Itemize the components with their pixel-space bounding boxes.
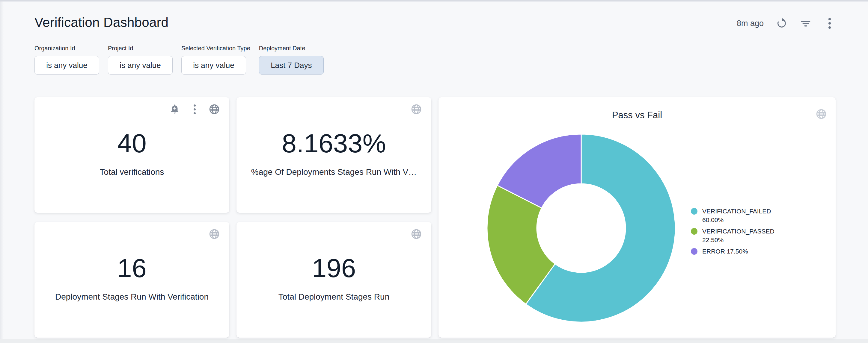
page-background-band bbox=[0, 339, 868, 343]
tile-deployment-stages-run-with-verification: 16 Deployment Stages Run With Verificati… bbox=[34, 222, 229, 338]
chart-legend: VERIFICATION_FAILED 60.00% VERIFICATION_… bbox=[691, 207, 784, 255]
globe-icon[interactable] bbox=[815, 108, 827, 120]
kpi-label: Total Deployment Stages Run bbox=[278, 292, 389, 302]
header-actions: 8m ago bbox=[737, 15, 836, 31]
last-refresh-timestamp: 8m ago bbox=[737, 19, 764, 28]
filter-value-button-active[interactable]: Last 7 Days bbox=[259, 56, 324, 74]
tile-pct-deployment-stages-with-verification: 8.1633% %age Of Deployments Stages Run W… bbox=[237, 97, 431, 213]
kpi-value: 196 bbox=[312, 255, 356, 281]
tile-pass-vs-fail-chart: Pass vs Fail VERIFICATION_FAILED 60.00% … bbox=[438, 97, 836, 338]
filter-value-button[interactable]: is any value bbox=[108, 56, 173, 74]
legend-swatch-purple bbox=[691, 248, 698, 255]
legend-swatch-teal bbox=[691, 208, 698, 215]
filter-label: Selected Verification Type bbox=[181, 45, 250, 52]
kpi-label: Deployment Stages Run With Verification bbox=[55, 292, 209, 302]
globe-icon[interactable] bbox=[410, 228, 422, 240]
legend-item-error[interactable]: ERROR 17.50% bbox=[691, 247, 784, 255]
kpi-label: %age Of Deployments Stages Run With V… bbox=[251, 167, 416, 177]
legend-swatch-green bbox=[691, 228, 698, 235]
filter-icon[interactable] bbox=[800, 18, 812, 29]
kpi-value: 40 bbox=[117, 130, 147, 157]
legend-label: VERIFICATION_FAILED 60.00% bbox=[702, 207, 784, 224]
globe-icon[interactable] bbox=[208, 103, 220, 115]
refresh-icon[interactable] bbox=[776, 18, 788, 29]
tile-menu-kebab-icon[interactable] bbox=[188, 103, 200, 115]
filter-value-button[interactable]: is any value bbox=[34, 56, 99, 74]
legend-label: VERIFICATION_PASSED 22.50% bbox=[702, 227, 784, 244]
page-title: Verification Dashboard bbox=[34, 15, 168, 30]
filter-value-button[interactable]: is any value bbox=[181, 56, 246, 74]
filter-deployment-date: Deployment Date Last 7 Days bbox=[259, 45, 324, 74]
tile-total-verifications: 40 Total verifications bbox=[34, 97, 229, 213]
filter-project-id: Project Id is any value bbox=[108, 45, 173, 74]
kpi-label: Total verifications bbox=[100, 167, 164, 177]
filter-selected-verification-type: Selected Verification Type is any value bbox=[181, 45, 250, 74]
legend-label: ERROR 17.50% bbox=[702, 247, 784, 255]
filter-label: Organization Id bbox=[34, 45, 75, 52]
filter-label: Deployment Date bbox=[259, 45, 305, 52]
legend-item-verification-failed[interactable]: VERIFICATION_FAILED 60.00% bbox=[691, 207, 784, 224]
tile-total-deployment-stages-run: 196 Total Deployment Stages Run bbox=[237, 222, 431, 338]
globe-icon[interactable] bbox=[410, 103, 422, 115]
window-top-edge bbox=[0, 0, 868, 1]
add-alert-icon[interactable] bbox=[169, 103, 181, 115]
globe-icon[interactable] bbox=[208, 228, 220, 240]
filter-bar: Organization Id is any value Project Id … bbox=[34, 45, 324, 74]
window-left-edge bbox=[0, 1, 4, 343]
kpi-value: 16 bbox=[117, 255, 147, 281]
legend-item-verification-passed[interactable]: VERIFICATION_PASSED 22.50% bbox=[691, 227, 784, 244]
kpi-value: 8.1633% bbox=[282, 130, 386, 157]
filter-organization-id: Organization Id is any value bbox=[34, 45, 99, 74]
dashboard-menu-kebab-icon[interactable] bbox=[824, 18, 836, 29]
filter-label: Project Id bbox=[108, 45, 133, 52]
